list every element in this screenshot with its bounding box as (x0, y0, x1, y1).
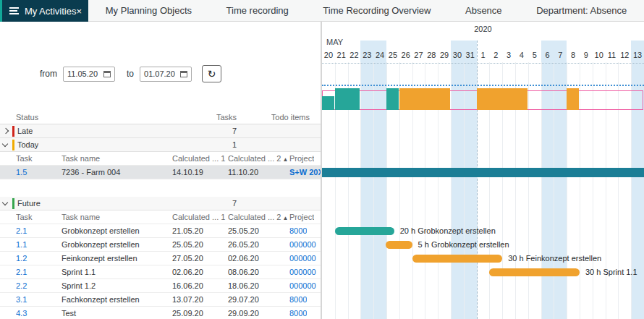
calculated1-column-header[interactable]: Calculated ... 1▲ (172, 210, 226, 224)
status-column-header[interactable]: Status (16, 111, 38, 124)
task-row[interactable]: 4.3 Test 25.09.20 29.09.20 8000 (0, 307, 321, 319)
project-column-header[interactable]: Project (289, 210, 314, 224)
weekend-band (541, 41, 554, 319)
task-row[interactable]: 2.1 Sprint 1.1 02.06.20 08.06.20 000000 (0, 265, 321, 279)
day-label: 28 (425, 50, 438, 61)
task-bar[interactable] (412, 255, 503, 263)
project-link[interactable]: 8000 (289, 224, 307, 238)
calculated1-cell: 25.05.20 (172, 238, 226, 252)
group-row-late[interactable]: Late 7 (0, 124, 321, 138)
day-label: 26 (399, 50, 412, 61)
task-name-column-header[interactable]: Task name (62, 210, 170, 224)
calculated1-column-header[interactable]: Calculated ... 1▲ (172, 152, 226, 166)
calculated1-label: Calculated ... 1 (172, 154, 225, 163)
task-id-link[interactable]: 2.1 (16, 265, 58, 279)
task-row[interactable]: 3.1 Fachkonzept erstellen 13.07.20 29.07… (0, 293, 321, 307)
task-name-column-header[interactable]: Task name (62, 152, 170, 166)
calculated2-label: Calculated ... 2 (228, 154, 281, 163)
calculated2-cell: 08.06.20 (228, 265, 287, 279)
timeline-separator-line (322, 63, 644, 64)
tab-department-absence[interactable]: Department: Absence (536, 5, 627, 16)
weekend-band (464, 41, 477, 319)
task-name-cell: Grobkonzept erstellen (62, 224, 170, 238)
tab-absence[interactable]: Absence (465, 5, 502, 16)
project-link[interactable]: S+W 20X (289, 166, 321, 179)
tab-my-planning-objects[interactable]: My Planning Objects (106, 5, 192, 16)
task-id-link[interactable]: 1.1 (16, 238, 58, 252)
calculated2-cell: 02.06.20 (228, 252, 287, 265)
day-label: 20 (322, 50, 335, 61)
task-row[interactable]: 2.1 Grobkonzept erstellen 21.05.20 25.05… (0, 224, 321, 238)
tab-my-activities[interactable]: My Activities × (0, 0, 88, 22)
task-id-link[interactable]: 4.3 (16, 307, 58, 319)
task-id-link[interactable]: 2.2 (16, 279, 58, 293)
day-label: 25 (386, 50, 399, 61)
to-date-input[interactable]: 01.07.20 (140, 67, 192, 82)
chevron-right-icon[interactable] (3, 128, 9, 134)
project-link[interactable]: 000000 (289, 265, 316, 279)
chevron-down-icon[interactable] (2, 141, 8, 147)
task-column-header[interactable]: Task (16, 210, 58, 224)
task-id-link[interactable]: 3.1 (16, 293, 58, 307)
top-tab-bar: My Activities × My Planning Objects Time… (0, 0, 644, 22)
day-label: 3 (502, 50, 515, 61)
project-link[interactable]: 000000 (289, 252, 316, 265)
chevron-down-icon[interactable] (2, 200, 8, 205)
task-bar-label: 5 h Grobkonzept erstellen (418, 239, 509, 250)
weekend-band (360, 41, 373, 319)
project-column-header[interactable]: Project (289, 152, 314, 166)
sort-ascending-icon[interactable]: ▲ (282, 215, 287, 221)
calculated2-cell: 25.05.20 (228, 224, 287, 238)
todo-items-column-header[interactable]: Todo items (271, 111, 310, 124)
from-date-input[interactable]: 11.05.20 (63, 67, 115, 82)
group-label: Late (17, 124, 33, 138)
tasks-column-header[interactable]: Tasks (216, 111, 237, 124)
task-column-header[interactable]: Task (16, 152, 58, 166)
tab-time-recording[interactable]: Time recording (226, 5, 289, 16)
date-filter-bar: from 11.05.20 to 01.07.20 ↻ (40, 65, 221, 82)
calendar-icon[interactable] (103, 71, 111, 77)
task-id-link[interactable]: 1.2 (16, 252, 58, 265)
group-row-future[interactable]: Future 7 (0, 197, 321, 210)
task-row[interactable]: 1.2 Feinkonzept erstellen 27.05.20 02.06… (0, 252, 321, 265)
task-name-cell: Sprint 1.2 (62, 279, 170, 293)
calculated2-column-header[interactable]: Calculated ... 2▲ (228, 210, 287, 224)
task-name-cell: Test (62, 307, 170, 319)
calculated2-cell: 29.07.20 (228, 293, 287, 307)
calculated1-label: Calculated ... 1 (172, 213, 225, 221)
hamburger-menu-icon[interactable] (9, 10, 17, 12)
tab-time-recording-overview[interactable]: Time Recording Overview (323, 5, 431, 16)
accent-strip (0, 0, 2, 22)
task-bar[interactable] (489, 268, 580, 276)
task-row[interactable]: 1.1 Grobkonzept erstellen 25.05.20 26.05… (0, 238, 321, 252)
group-task-count: 7 (232, 124, 237, 138)
project-link[interactable]: 000000 (289, 238, 316, 252)
refresh-button[interactable]: ↻ (202, 65, 221, 82)
task-row[interactable]: 2.2 Sprint 1.2 16.06.20 18.06.20 000000 (0, 279, 321, 293)
day-label: 11 (606, 50, 619, 61)
group-row-today[interactable]: Today 1 (0, 138, 321, 152)
column-header-row: Task Task name Calculated ... 1▲ Calcula… (0, 210, 321, 224)
project-link[interactable]: 8000 (289, 293, 307, 307)
tab-strip: My Planning Objects Time recording Time … (88, 0, 644, 21)
task-bar-full-span[interactable] (322, 168, 644, 177)
task-bar[interactable] (335, 227, 394, 235)
calendar-icon[interactable] (180, 71, 187, 77)
day-label: 6 (541, 50, 554, 61)
task-id-link[interactable]: 1.5 (16, 166, 58, 179)
task-bar-label: 20 h Grobkonzept erstellen (400, 226, 496, 237)
day-label: 24 (373, 50, 386, 61)
sort-ascending-icon[interactable]: ▲ (282, 156, 287, 163)
day-label: 12 (618, 50, 631, 61)
calculated2-column-header[interactable]: Calculated ... 2▲ (228, 152, 287, 166)
day-label: 30 (451, 50, 464, 61)
gantt-panel: 2020 MAY 2021222324252627282930311234567… (322, 22, 644, 319)
project-link[interactable]: 8000 (289, 307, 307, 319)
close-tab-icon[interactable]: × (76, 6, 82, 17)
task-row[interactable]: 1.5 7236 - Farm 004 14.10.19 11.10.20 S+… (0, 166, 321, 179)
day-label: 21 (335, 50, 348, 61)
task-id-link[interactable]: 2.1 (16, 224, 58, 238)
project-link[interactable]: 000000 (289, 279, 316, 293)
task-name-cell: Grobkonzept erstellen (62, 238, 170, 252)
task-bar[interactable] (386, 241, 412, 249)
